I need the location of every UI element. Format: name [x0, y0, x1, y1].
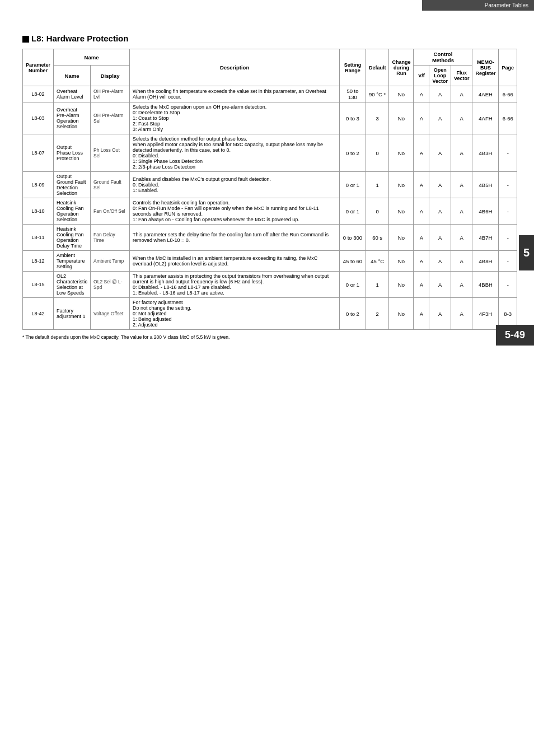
setting-range: 0 or 1	[340, 272, 366, 298]
col-header-vf: V/f	[414, 66, 429, 86]
change-during-run: No	[389, 172, 414, 198]
vf-value: A	[414, 134, 429, 172]
page-ref: 6-66	[499, 102, 517, 134]
col-header-page: Page	[499, 49, 517, 86]
default-value: 0	[366, 198, 389, 225]
name-top: Heatsink Cooling Fan Operation Selection	[54, 198, 91, 225]
description: This parameter sets the delay time for t…	[130, 225, 340, 251]
col-header-name: Name	[54, 66, 91, 86]
register-value: 4B7H	[472, 225, 499, 251]
description: When the cooling fin temperature exceeds…	[130, 86, 340, 102]
change-during-run: No	[389, 225, 414, 251]
name-display: OH Pre-Alarm Lvl	[91, 86, 130, 102]
name-top: Output Ground Fault Detection Selection	[54, 172, 91, 198]
table-row: L8-03 Overheat Pre-Alarm Operation Selec…	[23, 102, 517, 134]
vf-value: A	[414, 225, 429, 251]
param-number: L8-02	[23, 86, 54, 102]
col-header-desc: Description	[130, 49, 340, 86]
olv-value: A	[429, 86, 451, 102]
name-top: Overheat Pre-Alarm Operation Selection	[54, 102, 91, 134]
footer-note: * The default depends upon the MxC capac…	[22, 334, 517, 340]
page-ref: -	[499, 272, 517, 298]
col-header-olv: OpenLoopVector	[429, 66, 451, 86]
col-header-control: ControlMethods	[414, 49, 472, 66]
name-top: Factory adjustment 1	[54, 298, 91, 330]
register-value: 4AFH	[472, 102, 499, 134]
register-value: 4B3H	[472, 134, 499, 172]
default-value: 90 °C *	[366, 86, 389, 102]
setting-range: 50 to 130	[340, 86, 366, 102]
olv-value: A	[429, 102, 451, 134]
setting-range: 0 to 2	[340, 298, 366, 330]
vf-value: A	[414, 272, 429, 298]
param-number: L8-12	[23, 251, 54, 272]
table-row: L8-09 Output Ground Fault Detection Sele…	[23, 172, 517, 198]
fv-value: A	[451, 272, 472, 298]
name-display: Voltage Offset	[91, 298, 130, 330]
name-display: Fan On/Off Sel	[91, 198, 130, 225]
name-display: Ambient Temp	[91, 251, 130, 272]
default-value: 3	[366, 102, 389, 134]
vf-value: A	[414, 102, 429, 134]
setting-range: 0 or 1	[340, 198, 366, 225]
table-row: L8-11 Heatsink Cooling Fan Operation Del…	[23, 225, 517, 251]
olv-value: A	[429, 298, 451, 330]
name-display: OL2 Sel @ L-Spd	[91, 272, 130, 298]
name-top: OL2 Characteristic Selection at Low Spee…	[54, 272, 91, 298]
change-during-run: No	[389, 298, 414, 330]
setting-range: 0 to 300	[340, 225, 366, 251]
page-ref: -	[499, 134, 517, 172]
vf-value: A	[414, 86, 429, 102]
chapter-number: 5	[519, 235, 534, 270]
olv-value: A	[429, 134, 451, 172]
change-during-run: No	[389, 134, 414, 172]
fv-value: A	[451, 251, 472, 272]
change-during-run: No	[389, 272, 414, 298]
fv-value: A	[451, 86, 472, 102]
col-header-fv: FluxVector	[451, 66, 472, 86]
page-ref: -	[499, 172, 517, 198]
parameter-table: ParameterNumber Name Description Setting…	[22, 49, 517, 330]
fv-value: A	[451, 102, 472, 134]
olv-value: A	[429, 225, 451, 251]
register-value: 4AEH	[472, 86, 499, 102]
param-number: L8-11	[23, 225, 54, 251]
table-row: L8-15 OL2 Characteristic Selection at Lo…	[23, 272, 517, 298]
param-number: L8-09	[23, 172, 54, 198]
top-bar-label: Parameter Tables	[422, 0, 534, 11]
description: Selects the MxC operation upon an OH pre…	[130, 102, 340, 134]
vf-value: A	[414, 251, 429, 272]
param-number: L8-10	[23, 198, 54, 225]
table-row: L8-42 Factory adjustment 1 Voltage Offse…	[23, 298, 517, 330]
description: Selects the detection method for output …	[130, 134, 340, 172]
col-header-memo: MEMO-BUSRegister	[472, 49, 499, 86]
param-number: L8-03	[23, 102, 54, 134]
register-value: 4B5H	[472, 172, 499, 198]
default-value: 60 s	[366, 225, 389, 251]
change-during-run: No	[389, 86, 414, 102]
default-value: 2	[366, 298, 389, 330]
default-value: 1	[366, 172, 389, 198]
table-row: L8-12 Ambient Temperature Setting Ambien…	[23, 251, 517, 272]
page-ref: -	[499, 198, 517, 225]
name-display: Ph Loss Out Sel	[91, 134, 130, 172]
col-header-setting: SettingRange	[340, 49, 366, 86]
page-number: 5-49	[496, 325, 534, 346]
setting-range: 0 or 1	[340, 172, 366, 198]
register-value: 4B6H	[472, 198, 499, 225]
page-ref: -	[499, 251, 517, 272]
description: Enables and disables the MxC's output gr…	[130, 172, 340, 198]
vf-value: A	[414, 172, 429, 198]
description: When the MxC is installed in an ambient …	[130, 251, 340, 272]
fv-value: A	[451, 172, 472, 198]
olv-value: A	[429, 251, 451, 272]
name-top: Ambient Temperature Setting	[54, 251, 91, 272]
name-display: Fan Delay Time	[91, 225, 130, 251]
fv-value: A	[451, 298, 472, 330]
page-ref: -	[499, 225, 517, 251]
table-row: L8-10 Heatsink Cooling Fan Operation Sel…	[23, 198, 517, 225]
vf-value: A	[414, 198, 429, 225]
col-header-change: ChangeduringRun	[389, 49, 414, 86]
description: Controls the heatsink cooling fan operat…	[130, 198, 340, 225]
register-value: 4B8H	[472, 251, 499, 272]
